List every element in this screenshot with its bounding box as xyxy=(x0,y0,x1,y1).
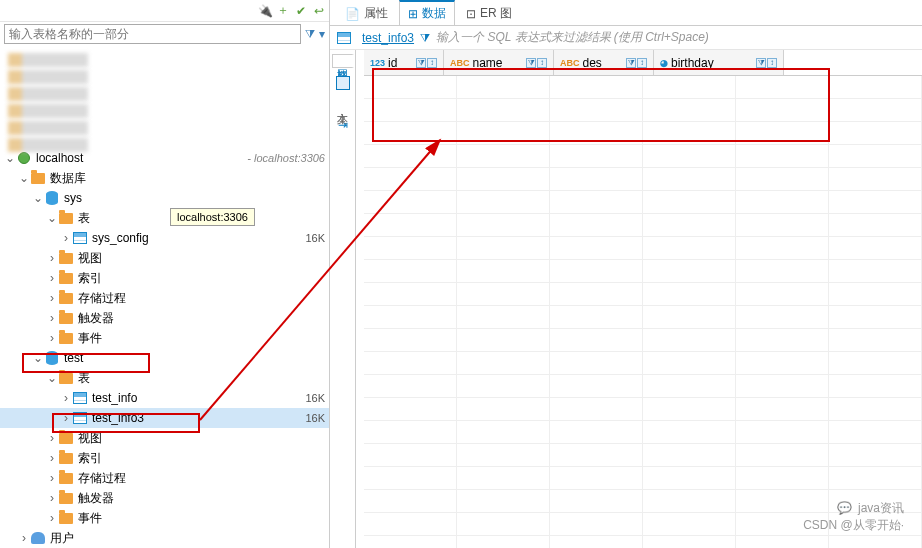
add-icon[interactable]: ＋ xyxy=(277,5,289,17)
filter-toggle-icon[interactable]: ⧩ xyxy=(420,31,430,45)
folder-icon xyxy=(58,330,74,346)
table-icon xyxy=(336,30,352,46)
users-node[interactable]: › 用户 xyxy=(0,528,329,548)
databases-node[interactable]: ⌄ 数据库 xyxy=(0,168,329,188)
test-info-node[interactable]: › test_info 16K xyxy=(0,388,329,408)
table-icon xyxy=(72,390,88,406)
chevron-right-icon[interactable]: › xyxy=(46,431,58,445)
test-events-node[interactable]: › 事件 xyxy=(0,508,329,528)
plug-icon[interactable]: 🔌 xyxy=(259,5,271,17)
column-header-birthday[interactable]: ◕ birthday ⧩↕ xyxy=(654,50,784,75)
chevron-down-icon[interactable]: ⌄ xyxy=(32,351,44,365)
chevron-right-icon[interactable]: › xyxy=(46,311,58,325)
left-toolbar: 🔌 ＋ ✔ ↩ xyxy=(0,0,329,22)
sort-btn-icon[interactable]: ↕ xyxy=(427,58,437,68)
chevron-right-icon[interactable]: › xyxy=(46,251,58,265)
data-icon: ⊞ xyxy=(408,7,418,21)
folder-icon xyxy=(58,510,74,526)
table-size: 16K xyxy=(305,232,325,244)
sort-btn-icon[interactable]: ↕ xyxy=(537,58,547,68)
active-table-name[interactable]: test_info3 xyxy=(362,31,414,45)
text-mode-icon[interactable]: ⇥ xyxy=(338,118,348,132)
tab-data[interactable]: ⊞ 数据 xyxy=(399,0,455,25)
database-icon xyxy=(44,350,60,366)
data-grid[interactable]: 123 id ⧩↕ ABC name ⧩↕ ABC des ⧩↕ xyxy=(356,50,922,548)
tab-properties[interactable]: 📄 属性 xyxy=(336,1,397,25)
folder-icon xyxy=(58,450,74,466)
tooltip: localhost:3306 xyxy=(170,208,255,226)
sort-btn-icon[interactable]: ↕ xyxy=(637,58,647,68)
folder-icon xyxy=(58,430,74,446)
test-tables-node[interactable]: ⌄ 表 xyxy=(0,368,329,388)
test-indexes-node[interactable]: › 索引 xyxy=(0,448,329,468)
filter-expression-input[interactable]: 输入一个 SQL 表达式来过滤结果 (使用 Ctrl+Space) xyxy=(436,29,709,46)
db-test-node[interactable]: ⌄ test xyxy=(0,348,329,368)
sort-btn-icon[interactable]: ↕ xyxy=(767,58,777,68)
sys-triggers-node[interactable]: › 触发器 xyxy=(0,308,329,328)
chevron-right-icon[interactable]: › xyxy=(46,511,58,525)
chevron-down-icon[interactable]: ⌄ xyxy=(46,211,58,225)
side-tab-grid[interactable]: 网格 xyxy=(332,54,354,68)
commit-icon[interactable]: ✔ xyxy=(295,5,307,17)
filter-btn-icon[interactable]: ⧩ xyxy=(756,58,766,68)
sys-views-node[interactable]: › 视图 xyxy=(0,248,329,268)
test-views-node[interactable]: › 视图 xyxy=(0,428,329,448)
chevron-down-icon[interactable]: ⌄ xyxy=(18,171,30,185)
folder-icon xyxy=(30,170,46,186)
properties-icon: 📄 xyxy=(345,7,360,21)
folder-icon xyxy=(58,210,74,226)
er-icon: ⊡ xyxy=(466,7,476,21)
test-procedures-node[interactable]: › 存储过程 xyxy=(0,468,329,488)
folder-icon xyxy=(58,290,74,306)
filter-icon[interactable]: ⧩ xyxy=(305,27,315,41)
chevron-down-icon[interactable]: ⌄ xyxy=(46,371,58,385)
filter-btn-icon[interactable]: ⧩ xyxy=(526,58,536,68)
folder-icon xyxy=(58,250,74,266)
table-size: 16K xyxy=(305,392,325,404)
string-type-icon: ABC xyxy=(560,58,580,68)
blurred-tree-area xyxy=(0,46,329,146)
chevron-right-icon[interactable]: › xyxy=(18,531,30,545)
chevron-right-icon[interactable]: › xyxy=(60,231,72,245)
chevron-right-icon[interactable]: › xyxy=(46,451,58,465)
chevron-right-icon[interactable]: › xyxy=(60,391,72,405)
chevron-down-icon[interactable]: ⌄ xyxy=(4,151,16,165)
sys-indexes-node[interactable]: › 索引 xyxy=(0,268,329,288)
database-icon xyxy=(44,190,60,206)
grid-body-empty[interactable] xyxy=(364,76,922,548)
db-sys-node[interactable]: ⌄ sys xyxy=(0,188,329,208)
folder-icon xyxy=(58,370,74,386)
test-triggers-node[interactable]: › 触发器 xyxy=(0,488,329,508)
connection-icon xyxy=(16,150,32,166)
filter-dropdown-icon[interactable]: ▾ xyxy=(319,27,325,41)
grid-mode-icon[interactable] xyxy=(336,76,350,90)
filter-btn-icon[interactable]: ⧩ xyxy=(626,58,636,68)
chevron-right-icon[interactable]: › xyxy=(60,411,72,425)
connection-addr: - localhost:3306 xyxy=(247,152,325,164)
sys-events-node[interactable]: › 事件 xyxy=(0,328,329,348)
chevron-right-icon[interactable]: › xyxy=(46,291,58,305)
column-header-des[interactable]: ABC des ⧩↕ xyxy=(554,50,654,75)
users-icon xyxy=(30,530,46,546)
search-input[interactable] xyxy=(4,24,301,44)
chevron-right-icon[interactable]: › xyxy=(46,271,58,285)
folder-icon xyxy=(58,270,74,286)
folder-icon xyxy=(58,470,74,486)
test-info3-node[interactable]: › test_info3 16K xyxy=(0,408,329,428)
rollback-icon[interactable]: ↩ xyxy=(313,5,325,17)
table-icon xyxy=(72,410,88,426)
side-tab-text[interactable]: 文本 xyxy=(333,98,352,110)
sys-procedures-node[interactable]: › 存储过程 xyxy=(0,288,329,308)
chevron-right-icon[interactable]: › xyxy=(46,471,58,485)
sys-config-node[interactable]: › sys_config 16K xyxy=(0,228,329,248)
table-size: 16K xyxy=(305,412,325,424)
tab-er[interactable]: ⊡ ER 图 xyxy=(457,1,521,25)
column-header-name[interactable]: ABC name ⧩↕ xyxy=(444,50,554,75)
chevron-right-icon[interactable]: › xyxy=(46,491,58,505)
chevron-down-icon[interactable]: ⌄ xyxy=(32,191,44,205)
string-type-icon: ABC xyxy=(450,58,470,68)
column-header-id[interactable]: 123 id ⧩↕ xyxy=(364,50,444,75)
filter-btn-icon[interactable]: ⧩ xyxy=(416,58,426,68)
chevron-right-icon[interactable]: › xyxy=(46,331,58,345)
sys-tables-node[interactable]: ⌄ 表 xyxy=(0,208,329,228)
